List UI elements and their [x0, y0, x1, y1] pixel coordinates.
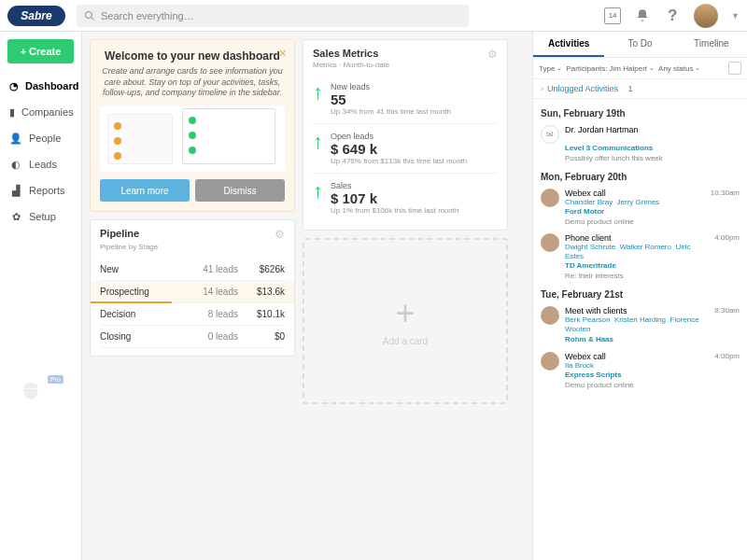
activity-item[interactable]: ✉Dr. Jordan HartmanLevel 3 Communication… — [533, 121, 747, 166]
welcome-card: × Welcome to your new dashboard Create a… — [90, 39, 295, 212]
nav-icon: ◔ — [9, 79, 19, 92]
close-icon[interactable]: × — [279, 46, 287, 61]
activity-item[interactable]: Webex callChandler Bray Jerry GrimesFord… — [533, 185, 747, 230]
nav-icon: ▟ — [9, 184, 22, 197]
metrics-card: Sales Metrics⚙ Metrics · Month-to-date ↑… — [303, 39, 508, 231]
calendar-icon[interactable] — [728, 62, 741, 75]
metric-row: ↑Open leads$ 649 kUp 476% from $113k thi… — [313, 123, 498, 173]
acorn-logo: Pro — [19, 379, 47, 407]
tab-to-do[interactable]: To Do — [604, 32, 675, 57]
unlogged-activities[interactable]: › Unlogged Activities 1 — [533, 79, 747, 99]
tab-activities[interactable]: Activities — [533, 32, 604, 57]
day-header: Tue, February 21st — [533, 284, 747, 302]
search-placeholder: Search everything… — [101, 10, 194, 21]
activity-avatar — [541, 352, 559, 371]
nav-dashboard[interactable]: ◔Dashboard — [0, 73, 81, 99]
metrics-subtitle: Metrics · Month-to-date — [313, 61, 498, 69]
nav-setup[interactable]: ✿Setup — [0, 203, 81, 230]
metric-row: ↑New leads55Up 34% from 41 this time las… — [313, 75, 498, 123]
activity-avatar — [541, 189, 559, 207]
add-card-button[interactable]: + Add a card — [303, 238, 508, 404]
day-header: Sun, February 19th — [533, 103, 747, 121]
welcome-title: Welcome to your new dashboard — [100, 49, 285, 63]
nav-label: Dashboard — [25, 80, 78, 91]
bell-icon[interactable] — [634, 7, 651, 24]
dismiss-button[interactable]: Dismiss — [195, 179, 285, 202]
nav-icon: 👤 — [9, 132, 22, 145]
nav-label: Companies — [21, 106, 74, 118]
nav-label: Leads — [29, 159, 57, 170]
welcome-body: Create and arrange cards to see informat… — [100, 66, 285, 99]
filter-type[interactable]: Type ⌄ — [539, 64, 562, 73]
nav-icon: ▮ — [9, 105, 15, 119]
nav-icon: ✿ — [9, 210, 22, 223]
nav-companies[interactable]: ▮Companies — [0, 99, 81, 125]
tabs: ActivitiesTo DoTimeline — [533, 32, 747, 58]
search-input[interactable]: Search everything… — [77, 5, 469, 27]
learn-more-button[interactable]: Learn more — [100, 179, 190, 202]
logo: Sabre — [7, 6, 65, 26]
activity-item[interactable]: Webex callIla BrockExpress ScriptsDemo p… — [533, 348, 747, 393]
welcome-illustration — [100, 106, 285, 172]
nav-label: Setup — [29, 211, 56, 222]
day-header: Mon, February 20th — [533, 166, 747, 185]
chevron-down-icon[interactable]: ▼ — [731, 11, 740, 21]
metrics-title: Sales Metrics — [313, 48, 378, 61]
gear-icon[interactable]: ⚙ — [275, 228, 285, 241]
sidebar: + Create ◔Dashboard▮Companies👤People◐Lea… — [0, 32, 82, 560]
pipeline-card: Pipeline⚙ Pipeline by Stage New41 leads$… — [90, 219, 295, 357]
add-card-label: Add a card — [383, 336, 428, 346]
plus-icon: + — [395, 297, 415, 330]
search-icon — [84, 10, 95, 21]
activity-feed: Sun, February 19th✉Dr. Jordan HartmanLev… — [533, 99, 747, 560]
svg-line-1 — [92, 17, 94, 20]
top-icons: 14 ? ▼ — [604, 4, 740, 28]
arrow-up-icon: ↑ — [313, 132, 323, 165]
arrow-up-icon: ↑ — [313, 82, 323, 116]
pipeline-title: Pipeline — [100, 228, 139, 241]
calendar-icon[interactable]: 14 — [604, 7, 621, 24]
activity-item[interactable]: Meet with clientsBerk Pearson Kristen Ha… — [533, 302, 747, 348]
create-button[interactable]: + Create — [7, 39, 74, 63]
chevron-down-icon: ⌄ — [649, 64, 655, 72]
tab-timeline[interactable]: Timeline — [676, 32, 747, 57]
chevron-right-icon: › — [541, 84, 543, 93]
pipeline-row[interactable]: Closing0 leads$0 — [100, 326, 285, 348]
gear-icon[interactable]: ⚙ — [487, 48, 498, 61]
filter-status[interactable]: Any status ⌄ — [658, 64, 700, 73]
metric-row: ↑Sales$ 107 kUp 1% from $106k this time … — [313, 173, 498, 222]
chevron-down-icon: ⌄ — [557, 64, 562, 72]
nav-people[interactable]: 👤People — [0, 125, 81, 151]
activity-avatar — [541, 306, 559, 325]
chevron-down-icon: ⌄ — [695, 64, 700, 72]
help-icon[interactable]: ? — [664, 7, 681, 24]
nav-label: People — [29, 133, 61, 144]
filters: Type ⌄ Participants: Jim Halpert ⌄ Any s… — [533, 58, 747, 79]
nav-leads[interactable]: ◐Leads — [0, 151, 81, 177]
topbar: Sabre Search everything… 14 ? ▼ — [0, 0, 747, 32]
pipeline-row[interactable]: Prospecting14 leads$13.6k — [91, 281, 294, 303]
pipeline-subtitle: Pipeline by Stage — [100, 243, 285, 251]
nav-reports[interactable]: ▟Reports — [0, 177, 81, 203]
activity-avatar — [541, 233, 559, 252]
avatar[interactable] — [694, 4, 718, 28]
right-panel: ActivitiesTo DoTimeline Type ⌄ Participa… — [532, 32, 747, 560]
activity-item[interactable]: Phone clientDwight Schrute Walker Romero… — [533, 230, 747, 284]
nav-icon: ◐ — [9, 158, 22, 171]
pipeline-row[interactable]: New41 leads$626k — [100, 259, 285, 281]
svg-point-0 — [86, 11, 92, 18]
pro-badge: Pro — [48, 375, 63, 384]
pipeline-row[interactable]: Decision8 leads$10.1k — [100, 303, 285, 326]
activity-avatar: ✉ — [541, 125, 559, 144]
nav-label: Reports — [29, 185, 65, 196]
arrow-up-icon: ↑ — [313, 181, 323, 215]
filter-participants[interactable]: Participants: Jim Halpert ⌄ — [566, 64, 655, 73]
